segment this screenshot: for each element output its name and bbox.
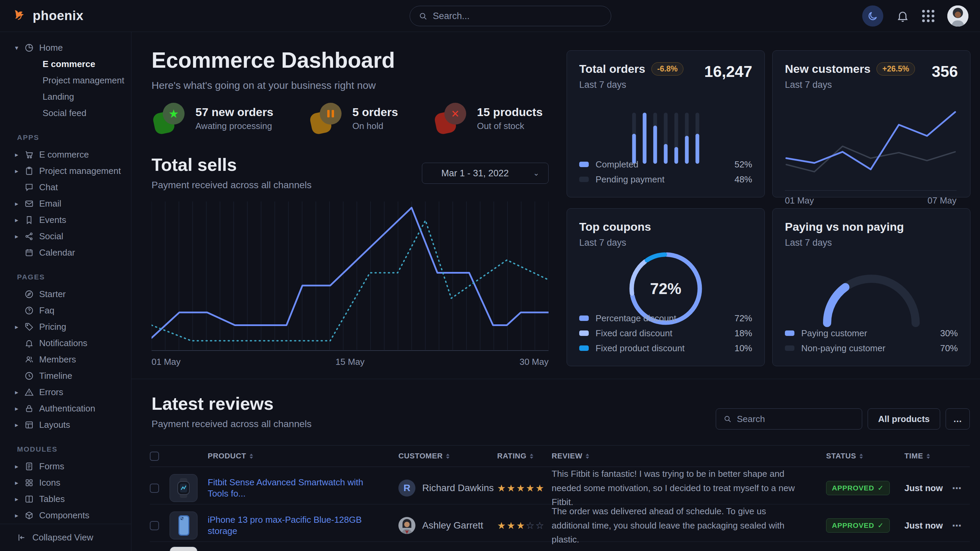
total-orders-legend-completed: Completed52% [579,157,752,172]
row-checkbox[interactable] [150,484,159,493]
notifications-button[interactable] [896,10,909,22]
layout-icon [24,420,34,429]
sidebar-item-pricing[interactable]: ▸Pricing [0,319,131,335]
review-time: Just now [904,483,952,494]
sidebar-item-starter[interactable]: Starter [0,286,131,302]
top-coupons-legend: Percentage discount72%Fixed card discoun… [579,311,752,356]
nc-x-start: 01 May [785,195,814,206]
select-all-checkbox[interactable] [150,452,159,461]
star-status-icon: ★ [154,103,185,134]
product-link[interactable]: Fitbit Sense Advanced Smartwatch with To… [208,477,398,500]
total-orders-bar-chart [632,113,699,164]
legend-value: 72% [735,313,752,324]
sidebar-item-timeline[interactable]: Timeline [0,368,131,384]
top-coupons-title: Top coupons [579,220,752,233]
new-customers-badge: +26.5% [877,62,915,76]
column-header-status[interactable]: STATUS [826,452,904,460]
sidebar-item-social[interactable]: ▸Social [0,228,131,245]
sidebar-item-tables[interactable]: ▸Tables [0,491,131,507]
legend-label: Pending payment [595,174,664,185]
stat-value: 5 orders [352,105,398,119]
top-coupons-legend-percentage-discount: Percentage discount72% [579,311,752,326]
theme-toggle-button[interactable] [862,5,883,27]
sidebar-item-errors[interactable]: ▸Errors [0,384,131,400]
clipboard-icon [24,167,34,176]
users-icon [24,355,34,364]
column-header-rating[interactable]: RATING [497,452,552,460]
navbar-search[interactable] [410,6,611,26]
compass-icon [24,290,34,299]
row-more-button[interactable]: ⋯ [952,483,970,494]
clock-icon [24,371,34,381]
sidebar-item-label: Icons [39,478,60,488]
sidebar-item-authentication[interactable]: ▸Authentication [0,400,131,416]
review-time: Just now [904,520,952,531]
reviews-table-header: PRODUCTCUSTOMERRATINGREVIEWSTATUSTIME [150,445,970,467]
sidebar-item-label: Faq [39,305,54,316]
product-thumbnail[interactable] [170,474,197,502]
sort-icon [926,454,930,459]
column-header-customer[interactable]: CUSTOMER [398,452,497,460]
sidebar-item-notifications[interactable]: Notifications [0,335,131,351]
sidebar-item-home[interactable]: ▾Home [0,40,131,56]
nc-x-end: 07 May [928,195,956,206]
sidebar-item-label: E commerce [39,149,89,160]
sort-icon [586,454,589,459]
sidebar-subitem-social-feed[interactable]: Social feed [0,105,131,121]
all-products-button[interactable]: All products [868,408,940,429]
row-more-button[interactable]: ⋯ [952,520,970,531]
sort-icon [446,454,449,459]
product-thumbnail[interactable] [170,546,197,551]
caret-right-icon: ▸ [15,388,22,396]
customer-cell[interactable]: RRichard Dawkins [398,480,497,497]
date-range-select[interactable]: Mar 1 - 31, 2022 ⌄ [422,163,549,184]
sidebar-item-project-management[interactable]: ▸Project management [0,163,131,179]
sidebar-item-faq[interactable]: Faq [0,302,131,319]
navbar-search-input[interactable] [433,11,602,21]
legend-value: 10% [735,343,752,354]
stat-value: 15 products [477,105,543,119]
reviews-more-button[interactable]: ... [946,408,970,429]
legend-label: Fixed card discount [595,328,672,339]
review-text: The order was delivered ahead of schedul… [552,504,826,547]
avatar-image [947,5,969,27]
sidebar-subitem-e-commerce[interactable]: E commerce [0,56,131,72]
bookmark-icon [24,216,34,225]
column-header-product[interactable]: PRODUCT [208,452,398,460]
user-avatar[interactable] [947,5,969,27]
sidebar-item-label: Pricing [39,322,66,332]
reviews-search[interactable] [716,408,862,429]
sidebar-item-chat[interactable]: Chat [0,179,131,195]
sidebar-item-e-commerce[interactable]: ▸E commerce [0,146,131,163]
legend-value: 48% [735,174,752,185]
column-header-time[interactable]: TIME [904,452,952,460]
sidebar-collapse-toggle[interactable]: Collapsed View [0,524,131,551]
apps-menu-button[interactable] [922,10,934,22]
sidebar-item-email[interactable]: ▸Email [0,195,131,212]
sidebar-item-members[interactable]: Members [0,351,131,368]
sidebar-item-calendar[interactable]: Calendar [0,245,131,261]
stat-caption: Out of stock [477,121,543,131]
column-header-review[interactable]: REVIEW [552,452,826,460]
sidebar-item-components[interactable]: ▸Components [0,507,131,524]
new-customers-period: Last 7 days [785,79,915,90]
sidebar-item-icons[interactable]: ▸Icons [0,475,131,491]
sidebar-item-layouts[interactable]: ▸Layouts [0,416,131,433]
customer-letter-avatar: R [398,480,415,497]
sidebar-item-label: Notifications [39,338,88,348]
product-thumbnail[interactable] [170,511,197,540]
row-checkbox[interactable] [150,521,159,530]
sidebar-item-events[interactable]: ▸Events [0,212,131,228]
sidebar-subitem-project-management[interactable]: Project management [0,72,131,89]
product-link[interactable]: iPhone 13 pro max-Pacific Blue-128GB sto… [208,514,398,537]
customer-cell[interactable]: Ashley Garrett [398,517,497,534]
total-orders-legend-pending-payment: Pending payment48% [579,172,752,187]
review-row-1: Fitbit Sense Advanced Smartwatch with To… [150,467,970,504]
brand-logo[interactable]: phoenix [11,8,83,24]
stat-out-of-stock: ✕15 productsOut of stock [436,103,543,134]
paying-title: Paying vs non paying [785,220,958,233]
sidebar-subitem-landing[interactable]: Landing [0,89,131,105]
stats-row: ★57 new ordersAwating processing5 orders… [154,103,543,134]
sidebar-item-forms[interactable]: ▸Forms [0,458,131,475]
reviews-search-input[interactable] [737,414,854,424]
